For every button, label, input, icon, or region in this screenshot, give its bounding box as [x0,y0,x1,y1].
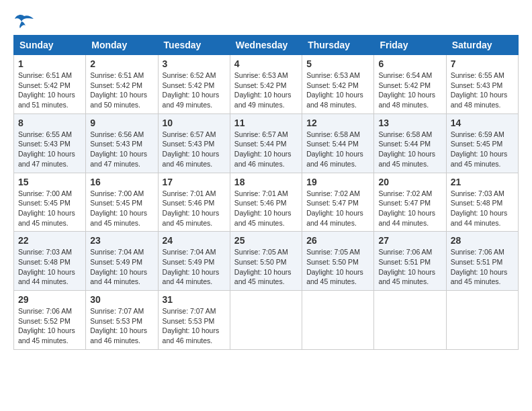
day-header-thursday: Thursday [302,36,374,55]
day-cell-5: 5Sunrise: 6:53 AMSunset: 5:42 PMDaylight… [302,55,374,114]
day-info: Sunrise: 6:57 AMSunset: 5:43 PMDaylight:… [163,130,226,169]
day-number: 29 [18,294,81,305]
days-header-row: SundayMondayTuesdayWednesdayThursdayFrid… [14,36,519,55]
day-cell-22: 22Sunrise: 7:03 AMSunset: 5:48 PMDayligh… [14,232,86,291]
day-cell-18: 18Sunrise: 7:01 AMSunset: 5:46 PMDayligh… [230,173,302,232]
day-number: 15 [18,177,81,187]
day-info: Sunrise: 7:07 AMSunset: 5:53 PMDaylight:… [90,306,153,346]
day-cell-1: 1Sunrise: 6:51 AMSunset: 5:42 PMDaylight… [14,55,86,114]
day-number: 13 [378,118,441,128]
day-header-monday: Monday [86,36,158,55]
day-info: Sunrise: 6:59 AMSunset: 5:45 PMDaylight:… [451,130,514,169]
day-cell-16: 16Sunrise: 7:00 AMSunset: 5:45 PMDayligh… [86,173,158,232]
day-info: Sunrise: 6:58 AMSunset: 5:44 PMDaylight:… [378,130,441,169]
day-number: 22 [18,235,81,246]
day-cell-7: 7Sunrise: 6:55 AMSunset: 5:43 PMDaylight… [446,55,518,114]
header [13,13,519,28]
day-number: 4 [234,58,298,69]
day-number: 8 [18,118,81,128]
day-cell-9: 9Sunrise: 6:56 AMSunset: 5:43 PMDaylight… [86,113,158,173]
day-number: 30 [90,294,153,305]
day-number: 3 [163,58,226,69]
day-info: Sunrise: 7:03 AMSunset: 5:48 PMDaylight:… [451,189,514,228]
week-row-2: 8Sunrise: 6:55 AMSunset: 5:43 PMDaylight… [14,113,519,173]
day-info: Sunrise: 7:03 AMSunset: 5:48 PMDaylight:… [18,247,81,287]
day-number: 25 [234,235,298,246]
day-cell-25: 25Sunrise: 7:05 AMSunset: 5:50 PMDayligh… [230,232,302,291]
day-cell-26: 26Sunrise: 7:05 AMSunset: 5:50 PMDayligh… [302,232,374,291]
day-number: 2 [90,58,153,69]
day-info: Sunrise: 6:57 AMSunset: 5:44 PMDaylight:… [234,130,298,169]
day-cell-24: 24Sunrise: 7:04 AMSunset: 5:49 PMDayligh… [158,232,230,291]
day-number: 6 [378,58,441,69]
day-number: 9 [90,118,153,128]
day-info: Sunrise: 6:53 AMSunset: 5:42 PMDaylight:… [234,71,298,110]
day-cell-23: 23Sunrise: 7:04 AMSunset: 5:49 PMDayligh… [86,232,158,291]
calendar-table: SundayMondayTuesdayWednesdayThursdayFrid… [13,35,519,350]
day-cell-30: 30Sunrise: 7:07 AMSunset: 5:53 PMDayligh… [86,291,158,350]
day-number: 19 [306,177,369,187]
day-info: Sunrise: 6:58 AMSunset: 5:44 PMDaylight:… [306,130,369,169]
day-info: Sunrise: 6:51 AMSunset: 5:42 PMDaylight:… [18,71,81,110]
day-number: 28 [451,235,514,246]
empty-cell [230,291,302,350]
day-info: Sunrise: 7:06 AMSunset: 5:52 PMDaylight:… [18,306,81,346]
day-number: 20 [378,177,441,187]
week-row-3: 15Sunrise: 7:00 AMSunset: 5:45 PMDayligh… [14,173,519,232]
day-cell-27: 27Sunrise: 7:06 AMSunset: 5:51 PMDayligh… [374,232,446,291]
day-header-sunday: Sunday [14,36,86,55]
day-info: Sunrise: 7:01 AMSunset: 5:46 PMDaylight:… [163,189,226,228]
day-header-friday: Friday [374,36,446,55]
day-info: Sunrise: 7:05 AMSunset: 5:50 PMDaylight:… [234,247,298,287]
day-cell-17: 17Sunrise: 7:01 AMSunset: 5:46 PMDayligh… [158,173,230,232]
day-cell-4: 4Sunrise: 6:53 AMSunset: 5:42 PMDaylight… [230,55,302,114]
logo [13,13,34,28]
day-cell-28: 28Sunrise: 7:06 AMSunset: 5:51 PMDayligh… [446,232,518,291]
day-number: 18 [234,177,298,187]
empty-cell [446,291,518,350]
day-cell-12: 12Sunrise: 6:58 AMSunset: 5:44 PMDayligh… [302,113,374,173]
day-cell-10: 10Sunrise: 6:57 AMSunset: 5:43 PMDayligh… [158,113,230,173]
day-info: Sunrise: 7:06 AMSunset: 5:51 PMDaylight:… [378,247,441,287]
day-info: Sunrise: 6:51 AMSunset: 5:42 PMDaylight:… [90,71,153,110]
week-row-5: 29Sunrise: 7:06 AMSunset: 5:52 PMDayligh… [14,291,519,350]
day-cell-20: 20Sunrise: 7:02 AMSunset: 5:47 PMDayligh… [374,173,446,232]
day-header-tuesday: Tuesday [158,36,230,55]
day-info: Sunrise: 6:55 AMSunset: 5:43 PMDaylight:… [451,71,514,110]
day-info: Sunrise: 7:05 AMSunset: 5:50 PMDaylight:… [306,247,369,287]
day-info: Sunrise: 7:07 AMSunset: 5:53 PMDaylight:… [163,306,226,346]
day-number: 10 [163,118,226,128]
day-cell-31: 31Sunrise: 7:07 AMSunset: 5:53 PMDayligh… [158,291,230,350]
day-header-wednesday: Wednesday [230,36,302,55]
logo-bird-icon [15,13,34,28]
day-info: Sunrise: 7:02 AMSunset: 5:47 PMDaylight:… [378,189,441,228]
day-cell-29: 29Sunrise: 7:06 AMSunset: 5:52 PMDayligh… [14,291,86,350]
day-header-saturday: Saturday [446,36,518,55]
day-number: 7 [451,58,514,69]
day-info: Sunrise: 7:02 AMSunset: 5:47 PMDaylight:… [306,189,369,228]
day-cell-15: 15Sunrise: 7:00 AMSunset: 5:45 PMDayligh… [14,173,86,232]
day-number: 5 [306,58,369,69]
day-number: 1 [18,58,81,69]
day-info: Sunrise: 7:04 AMSunset: 5:49 PMDaylight:… [90,247,153,287]
day-cell-3: 3Sunrise: 6:52 AMSunset: 5:42 PMDaylight… [158,55,230,114]
day-cell-8: 8Sunrise: 6:55 AMSunset: 5:43 PMDaylight… [14,113,86,173]
day-number: 12 [306,118,369,128]
day-cell-21: 21Sunrise: 7:03 AMSunset: 5:48 PMDayligh… [446,173,518,232]
day-info: Sunrise: 6:53 AMSunset: 5:42 PMDaylight:… [306,71,369,110]
day-info: Sunrise: 7:00 AMSunset: 5:45 PMDaylight:… [18,189,81,228]
day-number: 21 [451,177,514,187]
day-number: 16 [90,177,153,187]
day-info: Sunrise: 7:00 AMSunset: 5:45 PMDaylight:… [90,189,153,228]
day-cell-6: 6Sunrise: 6:54 AMSunset: 5:42 PMDaylight… [374,55,446,114]
day-number: 26 [306,235,369,246]
week-row-4: 22Sunrise: 7:03 AMSunset: 5:48 PMDayligh… [14,232,519,291]
day-cell-14: 14Sunrise: 6:59 AMSunset: 5:45 PMDayligh… [446,113,518,173]
day-info: Sunrise: 6:52 AMSunset: 5:42 PMDaylight:… [163,71,226,110]
day-info: Sunrise: 6:56 AMSunset: 5:43 PMDaylight:… [90,130,153,169]
day-cell-11: 11Sunrise: 6:57 AMSunset: 5:44 PMDayligh… [230,113,302,173]
day-info: Sunrise: 7:04 AMSunset: 5:49 PMDaylight:… [163,247,226,287]
day-number: 17 [163,177,226,187]
day-info: Sunrise: 7:06 AMSunset: 5:51 PMDaylight:… [451,247,514,287]
day-info: Sunrise: 7:01 AMSunset: 5:46 PMDaylight:… [234,189,298,228]
